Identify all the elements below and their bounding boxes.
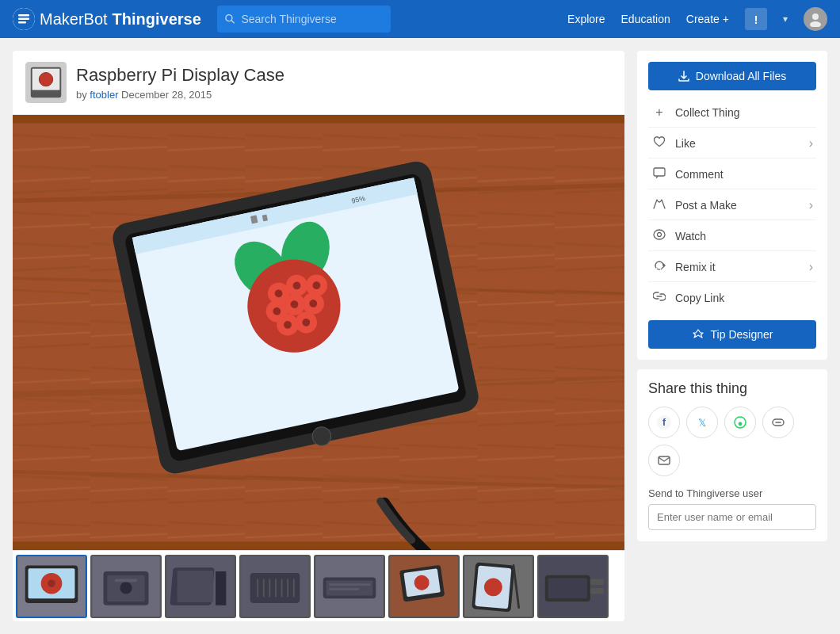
svg-point-95 [654, 230, 665, 239]
thing-header: Raspberry Pi Display Case by ftobler Dec… [13, 51, 624, 115]
header: MakerBot Thingiverse Explore Education C… [0, 0, 840, 38]
thumbnail-2[interactable] [90, 555, 162, 618]
nav-education[interactable]: Education [621, 13, 670, 25]
svg-point-7 [810, 21, 821, 27]
main-image-svg: 95% [13, 115, 624, 550]
thing-thumbnail [25, 62, 67, 103]
notifications-button[interactable]: ! [745, 8, 767, 30]
logo-icon [13, 8, 35, 30]
post-make-arrow: › [809, 198, 813, 212]
thumbnail-4[interactable] [239, 555, 311, 618]
download-icon [678, 71, 689, 82]
post-make-action[interactable]: Post a Make › [648, 191, 816, 220]
remix-arrow: › [809, 260, 813, 274]
thumbnails-row [13, 550, 624, 621]
thumbnail-5[interactable] [314, 555, 385, 618]
user-icon [808, 11, 823, 27]
nav-explore[interactable]: Explore [567, 13, 605, 25]
collect-thing-action[interactable]: + Collect Thing [648, 98, 816, 128]
right-panel: Download All Files + Collect Thing Like … [637, 51, 827, 621]
svg-text:𝕏: 𝕏 [698, 417, 706, 429]
svg-point-4 [226, 15, 232, 21]
share-title: Share this thing [648, 380, 816, 397]
share-twitter-button[interactable]: 𝕏 [686, 407, 718, 438]
send-label: Send to Thingiverse user [648, 487, 816, 499]
svg-point-6 [812, 13, 819, 20]
share-email-button[interactable] [648, 445, 680, 476]
share-facebook-button[interactable]: f [648, 407, 680, 438]
remix-icon [651, 260, 667, 274]
like-action[interactable]: Like › [648, 129, 816, 158]
thumbnail-6[interactable] [388, 555, 460, 618]
search-bar[interactable] [217, 6, 391, 32]
remix-action[interactable]: Remix it › [648, 253, 816, 282]
whatsapp-icon: ● [733, 415, 747, 430]
svg-rect-3 [18, 21, 26, 24]
svg-point-56 [48, 579, 55, 587]
thumbnail-7[interactable] [463, 555, 534, 618]
thumbnail-1[interactable] [16, 555, 87, 618]
main-image[interactable]: 95% [13, 115, 624, 550]
svg-rect-65 [178, 571, 214, 602]
link-icon [651, 291, 667, 305]
thing-title: Raspberry Pi Display Case [76, 64, 284, 87]
email-icon [657, 453, 671, 468]
link-share-icon [771, 415, 785, 430]
share-buttons: f 𝕏 ● [648, 407, 816, 476]
left-panel: Raspberry Pi Display Case by ftobler Dec… [13, 51, 624, 621]
download-all-button[interactable]: Download All Files [648, 62, 816, 90]
svg-rect-94 [654, 168, 665, 176]
svg-rect-103 [659, 456, 670, 464]
svg-rect-78 [329, 583, 370, 586]
thumbnail-3[interactable] [165, 555, 236, 618]
logo[interactable]: MakerBot Thingiverse [13, 8, 201, 30]
svg-rect-92 [590, 587, 604, 594]
send-input[interactable] [648, 504, 816, 530]
comment-action[interactable]: Comment [648, 160, 816, 189]
nav-create[interactable]: Create + [686, 13, 729, 25]
svg-text:●: ● [738, 418, 743, 428]
thing-info: Raspberry Pi Display Case by ftobler Dec… [76, 64, 284, 101]
share-card: Share this thing f 𝕏 [637, 369, 827, 541]
svg-rect-93 [548, 578, 587, 598]
actions-card: Download All Files + Collect Thing Like … [637, 51, 827, 360]
search-icon [225, 13, 235, 25]
svg-rect-2 [18, 18, 29, 21]
heart-icon [651, 136, 667, 151]
twitter-icon: 𝕏 [695, 415, 709, 430]
make-icon [651, 198, 667, 212]
thing-meta: by ftobler December 28, 2015 [76, 89, 284, 101]
svg-rect-79 [329, 587, 359, 590]
like-arrow: › [809, 136, 813, 151]
facebook-icon: f [657, 415, 671, 430]
watch-action[interactable]: Watch [648, 222, 816, 251]
svg-rect-64 [216, 571, 226, 605]
header-nav: Explore Education Create + ! ▾ [567, 7, 827, 31]
copy-link-action[interactable]: Copy Link [648, 284, 816, 312]
svg-point-96 [658, 233, 662, 237]
logo-text-regular: MakerBot [40, 10, 108, 29]
watch-icon [651, 229, 667, 243]
share-whatsapp-button[interactable]: ● [724, 407, 756, 438]
plus-icon: + [651, 105, 667, 120]
svg-rect-91 [590, 579, 604, 585]
share-link-button[interactable] [762, 407, 794, 438]
logo-text-bold: Thingiverse [113, 10, 201, 29]
svg-line-5 [231, 21, 235, 24]
avatar[interactable] [804, 7, 827, 31]
svg-point-60 [120, 582, 132, 594]
svg-rect-61 [115, 579, 138, 582]
svg-rect-1 [18, 14, 29, 17]
search-input[interactable] [241, 13, 383, 25]
tip-icon [692, 329, 704, 340]
comment-icon [651, 167, 667, 181]
thing-date: December 28, 2015 [121, 89, 212, 101]
send-section: Send to Thingiverse user [648, 487, 816, 530]
main-content: Raspberry Pi Display Case by ftobler Dec… [0, 38, 840, 634]
tip-designer-button[interactable]: Tip Designer [648, 320, 816, 349]
user-dropdown-arrow[interactable]: ▾ [783, 13, 788, 25]
svg-marker-97 [663, 263, 666, 268]
author-link[interactable]: ftobler [90, 89, 118, 101]
thumbnail-8[interactable] [537, 555, 609, 618]
